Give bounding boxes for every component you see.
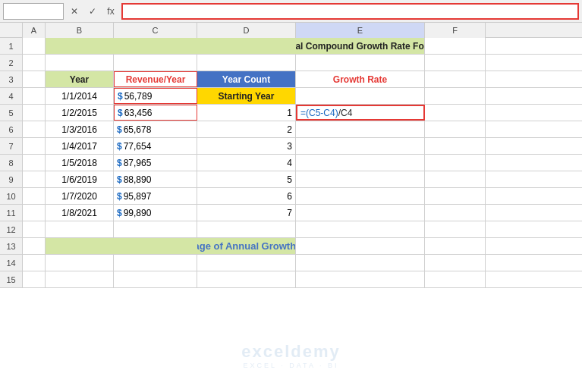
cell-f11[interactable] [425,205,486,221]
cell-c12[interactable] [114,221,197,237]
cell-b2[interactable] [46,55,114,71]
cell-e6[interactable] [296,121,425,137]
cell-f10[interactable] [425,188,486,204]
cell-a8[interactable] [23,155,46,171]
cell-f9[interactable] [425,171,486,187]
cell-b12[interactable] [46,221,114,237]
col-header-d[interactable]: D [197,23,296,38]
cell-f5[interactable] [425,105,486,121]
cell-b8[interactable]: 1/5/2018 [46,155,114,171]
cell-d7[interactable]: 3 [197,138,296,154]
cell-c15[interactable] [114,271,197,287]
cell-b14[interactable] [46,255,114,271]
cell-b13[interactable] [46,238,114,254]
cell-a13[interactable] [23,238,46,254]
cell-e13[interactable] [296,238,425,254]
cell-c10[interactable]: $ 95,897 [114,188,197,204]
cell-f3[interactable] [425,71,486,87]
cell-a1[interactable] [23,38,46,54]
cell-a5[interactable] [23,105,46,121]
cell-e12[interactable] [296,221,425,237]
cell-b7[interactable]: 1/4/2017 [46,138,114,154]
cell-f2[interactable] [425,55,486,71]
cell-d4[interactable]: Starting Year [197,88,296,104]
cell-e8[interactable] [296,155,425,171]
cell-a2[interactable] [23,55,46,71]
cell-a15[interactable] [23,271,46,287]
col-header-f[interactable]: F [425,23,486,38]
cell-b10[interactable]: 1/7/2020 [46,188,114,204]
cell-d8[interactable]: 4 [197,155,296,171]
cell-c9[interactable]: $ 88,890 [114,171,197,187]
col-header-a[interactable]: A [23,23,46,38]
cell-a7[interactable] [23,138,46,154]
cell-e3[interactable]: Growth Rate [296,71,425,87]
cell-a12[interactable] [23,221,46,237]
cell-e2[interactable] [296,55,425,71]
cell-f6[interactable] [425,121,486,137]
cell-f12[interactable] [425,221,486,237]
cell-a4[interactable] [23,88,46,104]
cell-a6[interactable] [23,121,46,137]
cell-f14[interactable] [425,255,486,271]
cell-c11[interactable]: $ 99,890 [114,205,197,221]
col-header-b[interactable]: B [46,23,114,38]
cell-f8[interactable] [425,155,486,171]
cell-e1[interactable]: Average Annual Compound Growth Rate Form… [296,38,425,54]
cancel-button[interactable]: ✕ [67,4,82,19]
cell-c6[interactable]: $ 65,678 [114,121,197,137]
cell-a10[interactable] [23,188,46,204]
cell-c2[interactable] [114,55,197,71]
cell-a9[interactable] [23,171,46,187]
cell-d15[interactable] [197,271,296,287]
cell-d5[interactable]: 1 [197,105,296,121]
cell-e9[interactable] [296,171,425,187]
cell-f1[interactable] [425,38,486,54]
cell-d9[interactable]: 5 [197,171,296,187]
cell-f7[interactable] [425,138,486,154]
cell-e14[interactable] [296,255,425,271]
cell-d2[interactable] [197,55,296,71]
col-header-c[interactable]: C [114,23,197,38]
cell-b1[interactable] [46,38,114,54]
cell-e11[interactable] [296,205,425,221]
cell-b4[interactable]: 1/1/2014 [46,88,114,104]
fx-button[interactable]: fx [103,4,118,19]
formula-input[interactable]: =(C5-C4)/C4 [121,3,579,20]
cell-d13[interactable]: Average of Annual Growth Rate [197,238,296,254]
cell-e5[interactable]: =(C5-C4)/C4 [296,105,425,121]
cell-c8[interactable]: $ 87,965 [114,155,197,171]
cell-f4[interactable] [425,88,486,104]
cell-d10[interactable]: 6 [197,188,296,204]
cell-d14[interactable] [197,255,296,271]
cell-b9[interactable]: 1/6/2019 [46,171,114,187]
cell-a11[interactable] [23,205,46,221]
cell-d3[interactable]: Year Count [197,71,296,87]
cell-c13[interactable] [114,238,197,254]
cell-d12[interactable] [197,221,296,237]
cell-b3[interactable]: Year [46,71,114,87]
cell-a14[interactable] [23,255,46,271]
cell-c7[interactable]: $ 77,654 [114,138,197,154]
cell-c4[interactable]: $ 56,789 [114,88,197,104]
cell-e10[interactable] [296,188,425,204]
cell-e7[interactable] [296,138,425,154]
cell-b15[interactable] [46,271,114,287]
cell-c1[interactable] [114,38,197,54]
name-box[interactable]: SUM [3,3,64,20]
cell-b5[interactable]: 1/2/2015 [46,105,114,121]
cell-c5[interactable]: $ 63,456 [114,105,197,121]
cell-e15[interactable] [296,271,425,287]
cell-d6[interactable]: 2 [197,121,296,137]
cell-b6[interactable]: 1/3/2016 [46,121,114,137]
cell-f15[interactable] [425,271,486,287]
cell-c3[interactable]: Revenue/Year [114,71,197,87]
cell-b11[interactable]: 1/8/2021 [46,205,114,221]
cell-d11[interactable]: 7 [197,205,296,221]
cell-e4[interactable] [296,88,425,104]
confirm-button[interactable]: ✓ [85,4,100,19]
cell-f13[interactable] [425,238,486,254]
col-header-e[interactable]: E [296,23,425,38]
cell-c14[interactable] [114,255,197,271]
cell-a3[interactable] [23,71,46,87]
